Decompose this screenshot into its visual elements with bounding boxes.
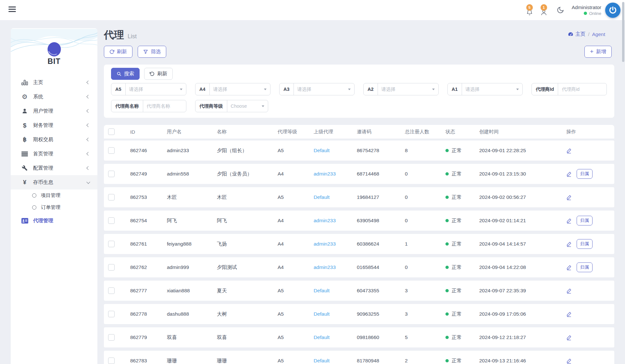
sidebar-item-agent-management[interactable]: 代理管理	[11, 213, 97, 228]
parent-agent-link[interactable]: Default	[314, 311, 330, 317]
add-button[interactable]: + 新增	[584, 46, 612, 58]
breadcrumb: 主页 / Agent	[568, 31, 605, 38]
sidebar-item[interactable]: 首页管理	[11, 147, 97, 161]
row-checkbox[interactable]	[108, 287, 115, 294]
assign-button[interactable]: 归属	[577, 239, 593, 249]
row-checkbox[interactable]	[108, 147, 115, 154]
filter-select[interactable]: 请选择	[378, 83, 438, 95]
cell-invite-code: 68714468	[357, 171, 405, 177]
parent-agent-link[interactable]: admin233	[314, 241, 336, 247]
parent-agent-link[interactable]: Default	[314, 194, 330, 200]
table-row: 862753木匠木匠A5Default196841270正常2024-09-02…	[104, 187, 614, 207]
cell-name: 木匠	[217, 194, 278, 201]
filter-select[interactable]: 请选择	[126, 83, 186, 95]
sidebar-item[interactable]: ¥存币生息	[11, 175, 97, 189]
assign-button[interactable]: 归属	[577, 169, 593, 179]
column-header: 用户名	[167, 129, 217, 135]
sidebar-item[interactable]: $财务管理	[11, 118, 97, 132]
parent-agent-link[interactable]: Default	[314, 148, 330, 153]
user-notifications-button[interactable]: 1	[539, 4, 548, 16]
filter-label: A5	[111, 83, 126, 95]
parent-agent-link[interactable]: admin233	[314, 218, 336, 223]
edit-icon[interactable]	[566, 195, 572, 200]
agent-level-select[interactable]: Choose	[227, 100, 268, 112]
dashboard-gauge-icon	[568, 32, 573, 37]
filter-label: 代理商名称	[111, 100, 143, 112]
assign-button[interactable]: 归属	[577, 262, 593, 272]
assign-button[interactable]: 归属	[577, 216, 593, 225]
parent-agent-link[interactable]: Default	[314, 334, 330, 340]
cell-created-at: 2024-09-02 00:56:27	[479, 194, 566, 200]
filter-label: 代理商Id	[532, 83, 558, 95]
agent-name-input[interactable]: 代理商名称	[143, 100, 186, 112]
cell-total-registered: 0	[405, 218, 445, 224]
edit-icon[interactable]	[566, 148, 572, 153]
sidebar-subitem[interactable]: 项目管理	[11, 189, 97, 201]
cell-id: 862777	[130, 288, 167, 294]
row-checkbox[interactable]	[108, 358, 115, 364]
reset-refresh-button[interactable]: 刷新	[144, 68, 173, 80]
filter-label: A3	[280, 83, 294, 95]
cell-username: admin999	[167, 264, 217, 270]
breadcrumb-home-link[interactable]: 主页	[568, 31, 585, 38]
parent-agent-link[interactable]: admin233	[314, 264, 336, 270]
table-row: 862746admin233夕阳（组长）A5Default867542788正常…	[104, 140, 614, 161]
edit-icon[interactable]	[566, 311, 572, 317]
edit-icon[interactable]	[566, 218, 572, 224]
edit-icon[interactable]	[566, 241, 572, 247]
row-checkbox[interactable]	[108, 311, 115, 317]
row-checkbox[interactable]	[108, 334, 115, 341]
edit-icon[interactable]	[566, 335, 572, 340]
edit-icon[interactable]	[566, 358, 572, 364]
cell-invite-code: 90963255	[357, 311, 405, 317]
row-actions: 归属	[566, 169, 614, 179]
user-block: Administrator Online	[572, 5, 601, 16]
cell-invite-code: 60473355	[357, 288, 405, 294]
cell-name: 夕阳（业务员）	[217, 171, 278, 177]
select-all-checkbox[interactable]	[108, 128, 115, 135]
notifications-bell-button[interactable]: 5	[525, 4, 534, 16]
edit-icon[interactable]	[566, 288, 572, 294]
cell-username: admin233	[167, 148, 217, 153]
filter-button[interactable]: 筛选	[138, 46, 166, 58]
avatar[interactable]	[605, 3, 620, 18]
row-actions	[566, 311, 614, 317]
sidebar-item[interactable]: ⚙系统	[11, 90, 97, 104]
column-header: 名称	[217, 129, 278, 135]
row-checkbox[interactable]	[108, 171, 115, 177]
status-badge: 正常	[445, 171, 479, 177]
filter-select[interactable]: 请选择	[462, 83, 522, 95]
status-dot-icon	[445, 219, 449, 222]
search-button[interactable]: 搜索	[111, 68, 140, 80]
refresh-icon	[109, 49, 114, 54]
parent-agent-link[interactable]: Default	[314, 288, 330, 293]
cell-total-registered: 8	[405, 148, 445, 153]
sidebar-item[interactable]: 主页	[11, 75, 97, 90]
parent-agent-link[interactable]: admin233	[314, 171, 336, 176]
edit-icon[interactable]	[566, 265, 572, 270]
filter-select[interactable]: 请选择	[210, 83, 270, 95]
sidebar-item[interactable]: 配置管理	[11, 161, 97, 175]
refresh-button[interactable]: 刷新	[104, 46, 132, 58]
row-checkbox[interactable]	[108, 241, 115, 247]
sidebar-item[interactable]: 用户管理	[11, 104, 97, 118]
row-checkbox[interactable]	[108, 194, 115, 200]
scrollbar-thumb[interactable]	[622, 2, 624, 62]
cell-created-at: 2024-09-07 22:35:39	[479, 288, 566, 294]
cell-created-at: 2024-09-04 14:22:08	[479, 264, 566, 270]
moon-icon[interactable]	[556, 6, 565, 14]
row-checkbox[interactable]	[108, 217, 115, 224]
agent-id-input[interactable]: 代理商id	[558, 83, 606, 95]
sidebar-item-label: 配置管理	[33, 165, 87, 172]
table-row: 862777xiatian888夏天A5Default604733553正常20…	[104, 281, 614, 301]
parent-agent-link[interactable]: Default	[314, 358, 330, 363]
edit-icon[interactable]	[566, 171, 572, 177]
row-checkbox[interactable]	[108, 264, 115, 271]
cell-id: 862761	[130, 241, 167, 247]
hamburger-menu-icon[interactable]	[8, 6, 16, 14]
filter-select[interactable]: 请选择	[294, 83, 354, 95]
sidebar-subitem[interactable]: 订单管理	[11, 201, 97, 213]
cell-agent-level: A5	[278, 288, 314, 294]
user-status: Online	[572, 11, 601, 16]
sidebar-item[interactable]: ฿期权交易	[11, 132, 97, 147]
